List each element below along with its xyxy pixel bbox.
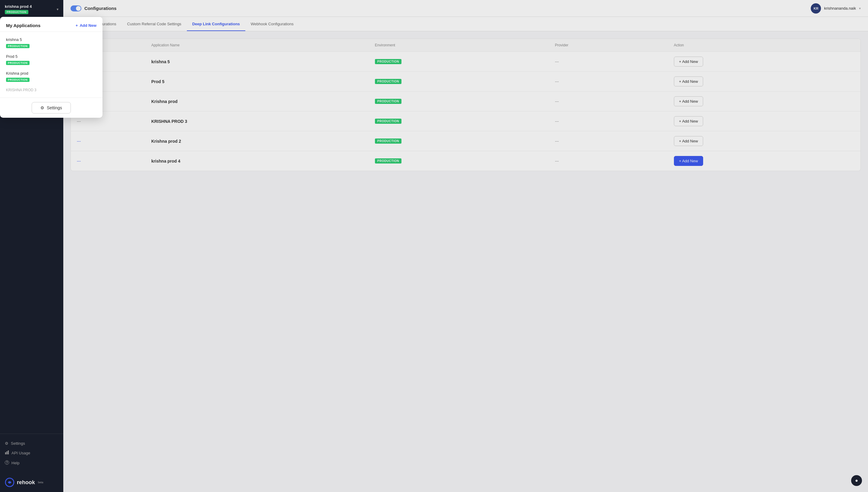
popup-settings-label: Settings (47, 105, 62, 110)
plus-icon: + (76, 23, 78, 28)
popup-list-item[interactable]: KRISHNA PROD 3 (0, 85, 102, 95)
popup-add-new-label: Add New (79, 23, 96, 28)
popup-item-env-badge: PRODUCTION (6, 61, 29, 65)
popup-item-name: krishna 5 (6, 37, 96, 42)
popup-app-list: krishna 5PRODUCTIONProd 5PRODUCTIONKrish… (0, 32, 102, 98)
circle-icon: ● (855, 478, 858, 483)
popup-item-name: Krishna prod (6, 71, 96, 76)
popup-item-env-badge: PRODUCTION (6, 44, 29, 48)
app-switcher-popup: My Applications + Add New krishna 5PRODU… (0, 17, 102, 118)
popup-header: My Applications + Add New (0, 23, 102, 32)
popup-list-item[interactable]: Prod 5PRODUCTION (0, 51, 102, 68)
popup-settings-button[interactable]: ⚙ Settings (32, 102, 71, 114)
popup-item-name: KRISHNA PROD 3 (6, 88, 96, 92)
popup-item-env-badge: PRODUCTION (6, 78, 29, 82)
gear-icon: ⚙ (40, 105, 44, 110)
popup-footer: ⚙ Settings (0, 98, 102, 118)
popup-list-item[interactable]: Krishna prodPRODUCTION (0, 68, 102, 85)
popup-item-name: Prod 5 (6, 54, 96, 59)
popup-overlay[interactable] (0, 0, 868, 492)
popup-title: My Applications (6, 23, 40, 28)
popup-list-item[interactable]: krishna 5PRODUCTION (0, 34, 102, 51)
bottom-right-action-button[interactable]: ● (851, 475, 862, 486)
popup-add-new-button[interactable]: + Add New (76, 23, 96, 28)
